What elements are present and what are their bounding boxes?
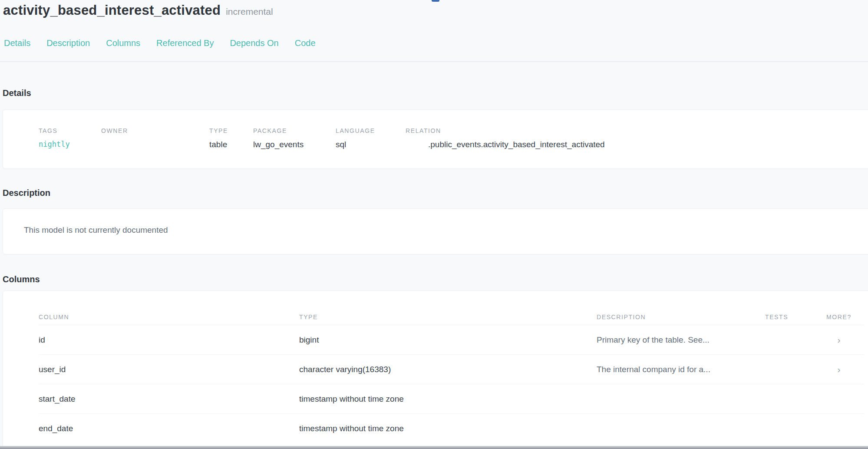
details-card: TAGS nightly OWNER TYPE table PACKAGE lw… — [3, 109, 868, 169]
column-description: Primary key of the table. See... — [597, 335, 765, 345]
column-type: timestamp without time zone — [299, 394, 597, 404]
column-type: timestamp without time zone — [299, 424, 597, 433]
tab-description[interactable]: Description — [46, 38, 90, 48]
header-tests: TESTS — [765, 314, 819, 320]
package-value: lw_go_events — [253, 140, 336, 149]
relation-value: .public_events.activity_based_interest_a… — [406, 140, 864, 149]
columns-table: COLUMN TYPE DESCRIPTION TESTS MORE? id b… — [39, 314, 864, 443]
type-label: TYPE — [209, 127, 253, 134]
page-title: activity_based_interest_activated — [3, 3, 221, 18]
tab-columns[interactable]: Columns — [106, 38, 140, 48]
relation-label: RELATION — [406, 127, 864, 134]
description-card: This model is not currently documented — [3, 208, 868, 254]
chevron-right-icon[interactable]: › — [819, 365, 858, 374]
main-content: Details TAGS nightly OWNER TYPE table PA… — [0, 88, 868, 449]
column-name: user_id — [39, 365, 299, 374]
chevron-right-icon[interactable]: › — [819, 335, 858, 344]
column-name: start_date — [39, 394, 299, 404]
table-row-end-date[interactable]: end_date timestamp without time zone — [39, 413, 864, 443]
header-column: COLUMN — [39, 314, 299, 320]
table-row-id[interactable]: id bigint Primary key of the table. See.… — [39, 325, 864, 354]
table-row-start-date[interactable]: start_date timestamp without time zone — [39, 384, 864, 413]
tags-label: TAGS — [39, 127, 101, 134]
column-type: bigint — [299, 335, 597, 345]
page-header: activity_based_interest_activated increm… — [0, 0, 868, 48]
field-type: TYPE table — [209, 127, 253, 149]
field-language: LANGUAGE sql — [336, 127, 406, 149]
materialization-badge: incremental — [226, 7, 273, 17]
header-divider — [0, 61, 868, 62]
tab-depends-on[interactable]: Depends On — [230, 38, 278, 48]
tab-details[interactable]: Details — [4, 38, 30, 48]
columns-table-header: COLUMN TYPE DESCRIPTION TESTS MORE? — [39, 314, 864, 320]
header-more: MORE? — [819, 314, 858, 320]
window-bottom-edge — [0, 446, 868, 449]
details-section-heading: Details — [3, 88, 868, 98]
column-description: The internal company id for a... — [597, 365, 765, 374]
title-row: activity_based_interest_activated increm… — [3, 3, 868, 18]
package-label: PACKAGE — [253, 127, 336, 134]
field-tags: TAGS nightly — [39, 127, 101, 149]
header-description: DESCRIPTION — [597, 314, 765, 320]
owner-label: OWNER — [101, 127, 209, 134]
cut-off-top-element — [432, 0, 439, 2]
type-value: table — [209, 140, 253, 149]
description-text: This model is not currently documented — [24, 225, 864, 235]
columns-section-heading: Columns — [3, 274, 868, 284]
column-type: character varying(16383) — [299, 365, 597, 374]
language-label: LANGUAGE — [336, 127, 406, 134]
language-value: sql — [336, 140, 406, 149]
columns-card: COLUMN TYPE DESCRIPTION TESTS MORE? id b… — [3, 291, 868, 449]
section-nav: Details Description Columns Referenced B… — [4, 38, 868, 48]
table-row-user-id[interactable]: user_id character varying(16383) The int… — [39, 354, 864, 384]
tag-nightly[interactable]: nightly — [39, 140, 101, 149]
field-package: PACKAGE lw_go_events — [253, 127, 336, 149]
header-type: TYPE — [299, 314, 597, 320]
field-relation: RELATION .public_events.activity_based_i… — [406, 127, 864, 149]
column-name: id — [39, 335, 299, 345]
description-section-heading: Description — [3, 188, 868, 198]
field-owner: OWNER — [101, 127, 209, 149]
owner-value — [101, 140, 209, 149]
column-name: end_date — [39, 424, 299, 433]
tab-referenced-by[interactable]: Referenced By — [156, 38, 214, 48]
tab-code[interactable]: Code — [295, 38, 316, 48]
